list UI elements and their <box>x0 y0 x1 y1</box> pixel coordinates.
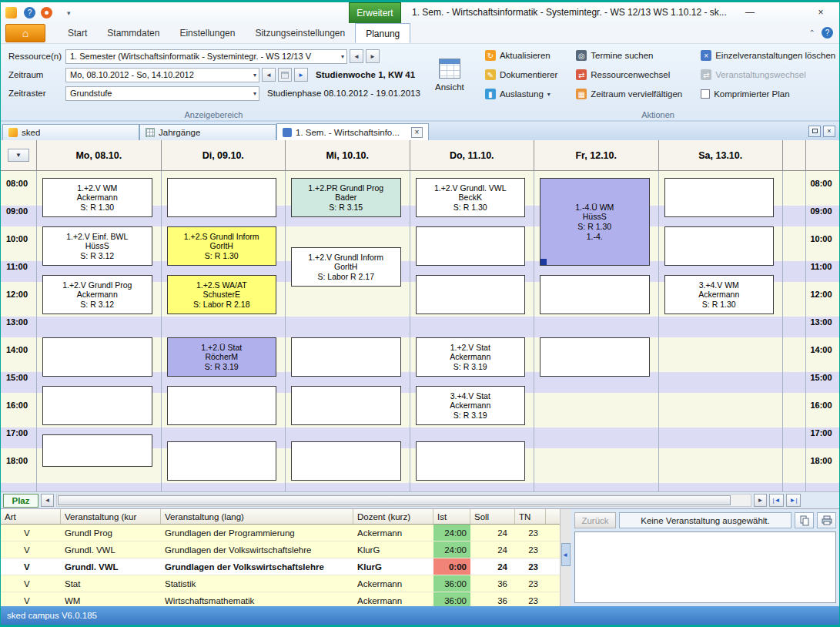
mdi-close-button[interactable]: × <box>823 126 835 137</box>
action-aktualisieren[interactable]: ↻Aktualisieren <box>482 48 561 63</box>
action-termine-suchen[interactable]: ◎Termine suchen <box>573 48 685 63</box>
table-row[interactable]: VGrundl. VWLGrundlagen der Volkswirtscha… <box>1 542 560 558</box>
calendar-event[interactable]: 1.+2.PR Grundl ProgBaderS: R 3.15 <box>291 178 401 217</box>
calendar-event[interactable] <box>540 337 650 377</box>
calendar-event[interactable] <box>664 226 775 266</box>
mdi-restore-button[interactable] <box>808 126 821 137</box>
column-header-art[interactable]: Art <box>1 509 61 524</box>
calendar-event[interactable]: 1.+2.V WMAckermannS: R 1.30 <box>42 178 152 217</box>
day-column: 1.-4.Ü WMHüssSS: R 1.301.-4. <box>534 171 658 491</box>
ribbon-tab-einstellungen[interactable]: Einstellungen <box>169 23 245 43</box>
zeitraum-select[interactable]: Mo, 08.10.2012 - So, 14.10.2012 ▾ <box>65 68 259 82</box>
calendar-event[interactable] <box>416 441 526 481</box>
action-zeitraum-vervielfältigen[interactable]: ▦Zeitraum vervielfältigen <box>573 86 685 102</box>
hscroll-thumb[interactable] <box>58 495 731 505</box>
studienphase-info: Studienphase 08.10.2012 - 19.01.2013 <box>267 89 420 98</box>
action-veranstaltungswechsel[interactable]: ⇄Veranstaltungswechsel <box>698 67 838 82</box>
print-button[interactable] <box>817 512 836 528</box>
column-header-veranstaltung-lang[interactable]: Veranstaltung (lang) <box>161 509 353 524</box>
resource-prev-button[interactable]: ◄ <box>350 49 363 63</box>
close-tab-icon[interactable]: × <box>411 127 423 138</box>
ribbon-tab-stammdaten[interactable]: Stammdaten <box>97 23 169 43</box>
zeitraster-row: Zeitraster Grundstufe ▾ Studienphase 08.… <box>8 85 420 102</box>
calendar-event[interactable]: 3.+4.V StatAckermannS: R 3.19 <box>416 386 526 425</box>
calendar-event[interactable]: 3.+4.V WMAckermannS: R 1.30 <box>664 275 775 314</box>
calendar-event[interactable] <box>540 275 650 314</box>
jump-prev-week-button[interactable]: |◄ <box>769 494 784 507</box>
calendar-event[interactable] <box>416 275 526 314</box>
calendar-event[interactable] <box>42 386 152 425</box>
calendar-event[interactable]: 1.+2.V Grundl InformGorltHS: Labor R 2.1… <box>291 247 401 287</box>
table-row[interactable]: VGrundl. VWLGrundlagen der Volkswirtscha… <box>1 558 560 575</box>
calendar-event[interactable]: 1.+2.S Grundl InformGorltHS: R 1.30 <box>167 226 277 266</box>
hscroll-right-arrow[interactable]: ► <box>754 494 767 507</box>
home-button[interactable]: ⌂ <box>5 24 45 42</box>
gear-icon[interactable] <box>41 7 52 18</box>
calendar-event[interactable] <box>167 178 277 217</box>
checkbox-icon[interactable] <box>701 89 710 99</box>
calendar-event[interactable]: 1.+2.V StatAckermannS: R 3.19 <box>416 337 526 377</box>
week-calendar-button[interactable] <box>278 68 292 82</box>
resource-next-button[interactable]: ► <box>366 49 380 63</box>
action-dokumentierer[interactable]: ✎Dokumentierer <box>482 67 561 82</box>
ist-cell: 0:00 <box>433 558 470 575</box>
column-header-dozent-kurz[interactable]: Dozent (kurz) <box>353 509 433 524</box>
copy-button[interactable] <box>795 512 814 528</box>
quick-access-chevron-icon[interactable]: ▾ <box>67 9 71 17</box>
back-button[interactable]: Zurück <box>574 512 616 528</box>
calendar-event[interactable] <box>42 337 152 377</box>
action-einzelveranstaltungen-löschen[interactable]: ×Einzelveranstaltungen löschen <box>698 48 838 63</box>
hscroll-left-arrow[interactable]: ◄ <box>41 494 54 507</box>
jump-next-week-button[interactable]: ►| <box>786 494 801 507</box>
contextual-tab-group-erweitert[interactable]: Erweitert <box>349 2 401 23</box>
table-row[interactable]: VGrundl ProgGrundlagen der Programmierun… <box>1 525 560 542</box>
doc-tab-sked[interactable]: sked <box>2 124 139 140</box>
calendar-event[interactable]: 1.+2.Ü StatRöcherMS: R 3.19 <box>167 337 277 377</box>
zeitraster-select[interactable]: Grundstufe ▾ <box>65 86 259 101</box>
action-ressourcenwechsel[interactable]: ⇄Ressourcenwechsel <box>573 67 685 82</box>
ribbon-tab-sitzungseinstellungen[interactable]: Sitzungseinstellungen <box>245 23 355 43</box>
splitter-collapse-icon[interactable]: ◄ <box>562 552 568 558</box>
calendar-event[interactable] <box>42 434 152 467</box>
calendar-event[interactable] <box>291 386 401 425</box>
column-header-ist[interactable]: Ist <box>433 509 470 524</box>
minimize-button[interactable]: — <box>738 4 762 21</box>
ribbon-tab-start[interactable]: Start <box>58 23 97 43</box>
column-header-veranstaltung-kur[interactable]: Veranstaltung (kur <box>61 509 161 524</box>
resource-select[interactable]: 1. Semester (Wirtschaftsinformatik - Sys… <box>65 49 347 64</box>
calendar-event[interactable]: 1.+2.S WA/ATSchusterES: Labor R 2.18 <box>167 275 277 314</box>
ansicht-button[interactable]: Ansicht <box>428 49 471 100</box>
timegrid-dropdown-button[interactable]: ▼ <box>8 149 29 162</box>
table-row[interactable]: VStatStatistikAckermann36:003623 <box>1 575 560 592</box>
calendar-event[interactable]: 1.-4.Ü WMHüssSS: R 1.301.-4. <box>540 178 650 266</box>
search-icon: ◎ <box>576 50 587 61</box>
calendar-event[interactable] <box>167 441 277 481</box>
doc-tab-jahrgänge[interactable]: Jahrgänge <box>139 124 276 140</box>
hscroll-track[interactable] <box>56 494 751 507</box>
action-komprimierter-plan[interactable]: Komprimierter Plan <box>698 86 838 102</box>
ribbon-help-icon[interactable]: ? <box>822 27 833 39</box>
calendar-event[interactable]: 1.+2.V Einf. BWLHüssSS: R 3.12 <box>42 226 152 266</box>
calendar-event[interactable]: 1.+2.V Grundl. VWLBeckKS: R 1.30 <box>416 178 526 217</box>
column-header-tn[interactable]: TN <box>515 509 546 524</box>
help-icon[interactable]: ? <box>24 7 35 18</box>
table-vscrollbar[interactable]: ◄ <box>560 509 571 606</box>
week-prev-button[interactable]: ◄ <box>262 68 276 82</box>
calendar-event[interactable]: 1.+2.V Grundl ProgAckermannS: R 3.12 <box>42 275 152 314</box>
event-text-line: S: R 1.30 <box>702 300 736 310</box>
ribbon-tab-planung[interactable]: Planung <box>355 23 410 43</box>
calendar-event[interactable] <box>167 386 277 425</box>
column-header-soll[interactable]: Soll <box>470 509 515 524</box>
doc-tab-1-sem-wirtschaftsinfo[interactable]: 1. Sem. - Wirtschaftsinfo...× <box>276 123 429 140</box>
table-row[interactable]: VWMWirtschaftsmathematikAckermann36:0036… <box>1 592 560 606</box>
close-button[interactable]: × <box>808 4 833 21</box>
gear-icon-dot <box>45 11 49 15</box>
calendar-event[interactable] <box>291 337 401 377</box>
collapse-ribbon-icon[interactable]: ⌃ <box>809 28 815 37</box>
action-auslastung[interactable]: ▮Auslastung▾ <box>482 86 561 102</box>
week-next-button[interactable]: ► <box>294 68 308 82</box>
calendar-event[interactable] <box>291 441 401 481</box>
calendar-event[interactable] <box>664 178 775 217</box>
calendar-event[interactable] <box>416 226 526 266</box>
plaz-button[interactable]: Plaz <box>3 494 38 508</box>
